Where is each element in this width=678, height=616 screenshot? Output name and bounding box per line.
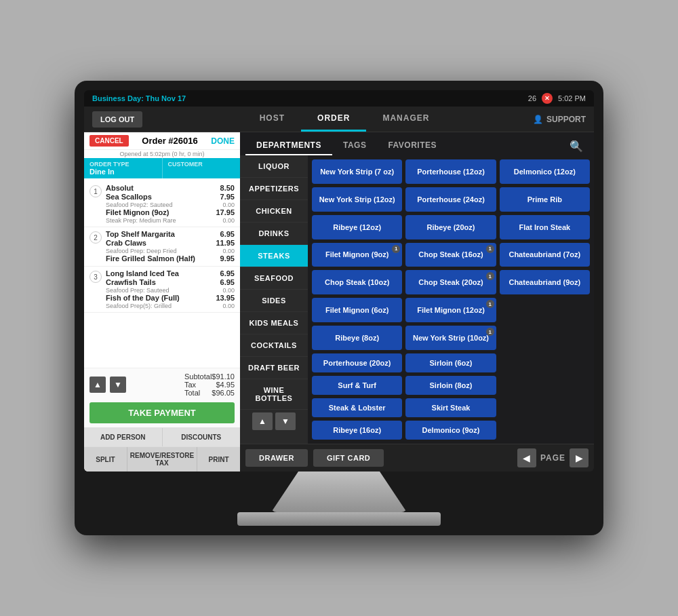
empty-cell xyxy=(500,326,590,350)
menu-item-flat-iron-steak[interactable]: Flat Iron Steak xyxy=(500,215,590,239)
tab-tags[interactable]: TAGS xyxy=(332,136,377,155)
item-name: Fire Grilled Salmon (Half) xyxy=(106,254,195,263)
menu-item-chop-steak-16oz[interactable]: Chop Steak (16oz)1 xyxy=(405,243,496,267)
page-nav: ◀ PAGE ▶ xyxy=(517,448,589,467)
item-name: Sea Scallops xyxy=(106,193,152,201)
menu-item-skirt-steak[interactable]: Skirt Steak xyxy=(405,398,496,417)
total-value: $96.05 xyxy=(212,389,235,397)
menu-item-delmonico-12oz[interactable]: Delmonico (12oz) xyxy=(500,159,590,184)
dept-item-wine-bottles[interactable]: WINE BOTTLES xyxy=(240,379,308,410)
item-price: 11.95 xyxy=(216,239,235,247)
menu-item-delmonico-9oz[interactable]: Delmonico (9oz) xyxy=(405,421,496,440)
business-day: Business Day: Thu Nov 17 xyxy=(92,94,186,102)
tab-host[interactable]: HOST xyxy=(243,107,301,132)
menu-item-ribeye-20oz[interactable]: Ribeye (20oz) xyxy=(405,215,496,239)
tab-manager[interactable]: MANAGER xyxy=(366,107,445,132)
seat-3: 3 Long Island Iced Tea 6.95 Crawfish Tai… xyxy=(84,267,240,313)
dept-item-steaks[interactable]: STEAKS xyxy=(240,245,308,267)
menu-item-prime-rib[interactable]: Prime Rib xyxy=(500,187,590,212)
search-button[interactable]: 🔍 xyxy=(564,137,589,155)
menu-item-surf-turf[interactable]: Surf & Turf xyxy=(312,376,402,395)
order-panel: CANCEL Order #26016 DONE Opened at 5:02p… xyxy=(84,132,240,471)
menu-item-chop-steak-10oz[interactable]: Chop Steak (10oz) xyxy=(312,270,402,294)
menu-item-sirloin-8oz[interactable]: Sirloin (8oz) xyxy=(405,376,496,395)
total-line: Total $96.05 xyxy=(184,389,235,397)
tablet-base xyxy=(237,512,441,526)
dept-item-appetizers[interactable]: APPETIZERS xyxy=(240,178,308,200)
menu-item-filet-mignon-9oz[interactable]: Filet Mignon (9oz)1 xyxy=(312,243,402,267)
order-type-label: ORDER TYPE xyxy=(89,161,157,168)
gift-card-button[interactable]: GIFT CARD xyxy=(313,449,384,467)
dept-item-seafood[interactable]: SEAFOOD xyxy=(240,267,308,290)
menu-item-ribeye-8oz[interactable]: Ribeye (8oz) xyxy=(312,326,402,350)
customer-cell: CUSTOMER xyxy=(163,158,241,178)
menu-item-steak-lobster[interactable]: Steak & Lobster xyxy=(312,398,402,417)
drawer-button[interactable]: DRAWER xyxy=(245,449,308,467)
dept-item-kids-meals[interactable]: KIDS MEALS xyxy=(240,312,308,334)
menu-item-ny-strip-12oz[interactable]: New York Strip (12oz) xyxy=(312,187,402,212)
logout-button[interactable]: LOG OUT xyxy=(92,111,142,128)
menu-item-ribeye-16oz[interactable]: Ribeye (16oz) xyxy=(312,421,402,440)
badge: 1 xyxy=(486,328,494,336)
menu-item-ny-strip-7oz[interactable]: New York Strip (7 oz) xyxy=(312,159,402,184)
scroll-up-button[interactable]: ▲ xyxy=(89,377,106,393)
item-price: 17.95 xyxy=(216,208,235,216)
support-button[interactable]: 👤 SUPPORT xyxy=(533,115,586,124)
order-bottom-btns: SPLIT REMOVE/RESTORE TAX PRINT xyxy=(84,446,240,471)
order-type-cell: ORDER TYPE Dine In xyxy=(84,158,163,178)
dept-item-drinks[interactable]: DRINKS xyxy=(240,223,308,245)
dept-scroll-up-button[interactable]: ▲ xyxy=(252,412,273,430)
item-price: 6.95 xyxy=(220,230,235,238)
order-type-value: Dine In xyxy=(89,168,157,176)
seat-2-items: Top Shelf Margarita 6.95 Crab Claws 11.9… xyxy=(106,230,235,263)
page-next-button[interactable]: ▶ xyxy=(570,448,589,467)
menu-item-chop-steak-20oz[interactable]: Chop Steak (20oz)1 xyxy=(405,270,496,294)
menu-item-sirloin-6oz[interactable]: Sirloin (6oz) xyxy=(405,353,496,372)
dept-tab-bar: DEPARTMENTS TAGS FAVORITES 🔍 xyxy=(240,132,594,155)
dept-item-liquor[interactable]: LIQUOR xyxy=(240,155,308,178)
tab-order[interactable]: ORDER xyxy=(301,107,366,132)
dept-item-draft-beer[interactable]: DRAFT BEER xyxy=(240,357,308,379)
item-name: Absolut xyxy=(106,184,134,192)
nav-tabs: HOST ORDER MANAGER xyxy=(156,107,533,132)
done-button[interactable]: DONE xyxy=(211,136,235,146)
discounts-button[interactable]: DISCOUNTS xyxy=(163,428,241,446)
tablet: Business Day: Thu Nov 17 26 ✕ 5:02 PM LO… xyxy=(75,81,603,535)
menu-item-ribeye-12oz[interactable]: Ribeye (12oz) xyxy=(312,215,402,239)
item-row: Crab Claws 11.95 xyxy=(106,239,235,247)
menu-item-porterhouse-24oz[interactable]: Porterhouse (24oz) xyxy=(405,187,496,212)
dept-scroll-down-button[interactable]: ▼ xyxy=(275,412,296,430)
menu-item-ny-strip-10oz[interactable]: New York Strip (10oz)1 xyxy=(405,326,496,350)
order-totals: ▲ ▼ Subtotal $91.10 Tax $4.95 xyxy=(84,368,240,427)
item-row: Sea Scallops 7.95 xyxy=(106,193,235,201)
menu-item-chateaubriand-9oz[interactable]: Chateaubriand (9oz) xyxy=(500,270,590,294)
dept-item-cocktails[interactable]: COCKTAILS xyxy=(240,334,308,357)
dept-item-chicken[interactable]: CHICKEN xyxy=(240,200,308,223)
total-label: Total xyxy=(184,389,200,397)
item-name: Fish of the Day (Full) xyxy=(106,294,180,302)
menu-item-porterhouse-12oz[interactable]: Porterhouse (12oz) xyxy=(405,159,496,184)
scroll-down-button[interactable]: ▼ xyxy=(110,377,126,393)
add-person-button[interactable]: ADD PERSON xyxy=(84,428,163,446)
dept-item-sides[interactable]: SIDES xyxy=(240,290,308,312)
empty-cell xyxy=(500,353,590,372)
item-name: Crawfish Tails xyxy=(106,278,156,286)
cancel-button[interactable]: CANCEL xyxy=(89,135,129,147)
menu-item-filet-mignon-12oz[interactable]: Filet Mignon (12oz)1 xyxy=(405,298,496,322)
item-price: 6.95 xyxy=(220,269,235,277)
page-label: PAGE xyxy=(540,453,565,463)
tab-departments[interactable]: DEPARTMENTS xyxy=(245,136,332,155)
menu-item-chateaubriand-7oz[interactable]: Chateaubriand (7oz) xyxy=(500,243,590,267)
tab-favorites[interactable]: FAVORITES xyxy=(377,136,447,155)
remove-restore-tax-button[interactable]: REMOVE/RESTORE TAX xyxy=(127,447,197,471)
nav-bar: LOG OUT HOST ORDER MANAGER 👤 SUPPORT xyxy=(84,107,594,132)
print-button[interactable]: PRINT xyxy=(197,447,240,471)
split-button[interactable]: SPLIT xyxy=(84,447,127,471)
page-prev-button[interactable]: ◀ xyxy=(517,448,536,467)
item-row: Top Shelf Margarita 6.95 xyxy=(106,230,235,238)
menu-item-porterhouse-20oz[interactable]: Porterhouse (20oz) xyxy=(312,353,402,372)
badge: 1 xyxy=(486,300,494,308)
menu-item-filet-mignon-6oz[interactable]: Filet Mignon (6oz) xyxy=(312,298,402,322)
take-payment-button[interactable]: TAKE PAYMENT xyxy=(89,402,235,423)
top-bar-right: 26 ✕ 5:02 PM xyxy=(528,93,586,104)
